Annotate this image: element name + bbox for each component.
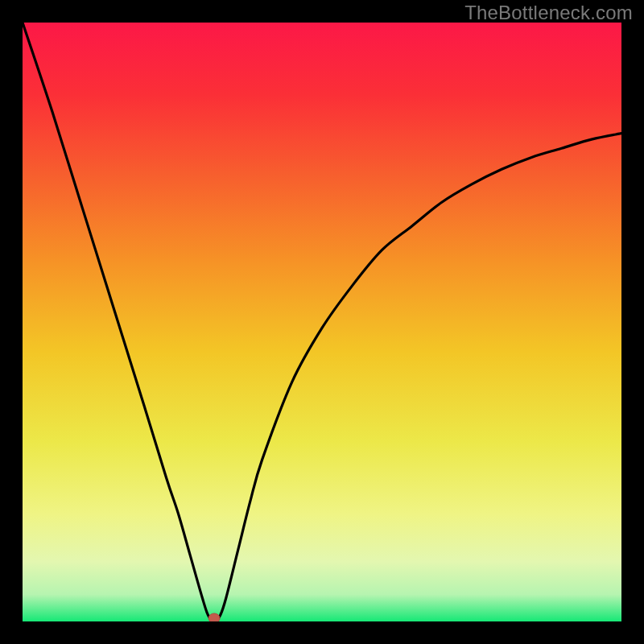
optimal-point-marker <box>208 613 220 621</box>
gradient-background <box>23 23 621 621</box>
chart-svg <box>23 23 621 621</box>
plot-area <box>23 23 621 621</box>
chart-frame: TheBottleneck.com <box>0 0 644 644</box>
watermark-text: TheBottleneck.com <box>464 2 633 24</box>
